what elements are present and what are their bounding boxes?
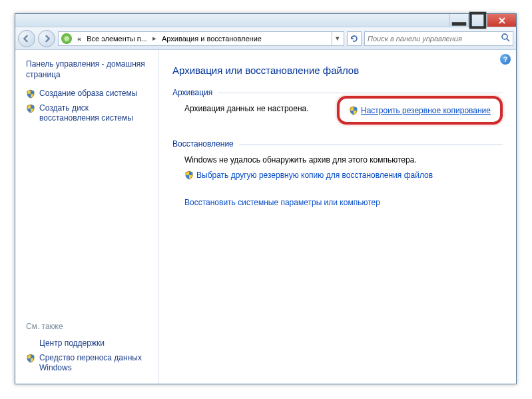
see-also-label: См. также [22,319,152,336]
sidebar: Панель управления - домашняя страница Со… [15,50,159,384]
breadcrumb-dropdown[interactable]: ▾ [332,32,342,45]
shield-icon [26,354,35,363]
sidebar-link-create-image[interactable]: Создание образа системы [22,87,152,101]
highlight-callout: Настроить резервное копирование [337,96,503,125]
search-box[interactable] [364,31,513,46]
divider [218,93,503,93]
control-panel-window: ⚙ « Все элементы п... ▸ Архивация и восс… [15,13,517,384]
breadcrumb-segment[interactable]: Архивация и восстановление [159,35,264,43]
breadcrumb-segment[interactable]: Все элементы п... [84,35,150,43]
help-icon[interactable]: ? [500,54,511,65]
main-content: ? Архивация или восстановление файлов Ар… [159,50,516,384]
shield-icon [26,104,35,113]
chevron-right-icon[interactable]: ▸ [150,34,159,43]
backup-header: Архивация [172,88,212,97]
restore-system-label: Восстановить системные параметры или ком… [184,198,380,207]
sidebar-link-label: Создать диск восстановления системы [39,103,148,124]
navbar: ⚙ « Все элементы п... ▸ Архивация и восс… [15,27,516,50]
close-button[interactable] [487,14,516,27]
control-panel-icon: ⚙ [61,33,72,44]
backup-status: Архивация данных не настроена. [184,104,309,113]
sidebar-link-easy-transfer[interactable]: Средство переноса данных Windows [22,351,152,376]
sidebar-link-label: Создание образа системы [39,89,137,99]
backup-section: Архивация Архивация данных не настроена.… [172,88,503,125]
svg-line-5 [507,39,509,41]
refresh-button[interactable] [347,31,362,46]
sidebar-link-recovery-disc[interactable]: Создать диск восстановления системы [22,101,152,126]
address-bar[interactable]: ⚙ « Все элементы п... ▸ Архивация и восс… [58,31,344,46]
restore-system-link[interactable]: Восстановить системные параметры или ком… [184,198,380,207]
choose-backup-link[interactable]: Выбрать другую резервную копию для восст… [184,170,433,180]
sidebar-link-action-center[interactable]: Центр поддержки [22,336,152,351]
shield-icon [26,89,35,99]
setup-backup-label: Настроить резервное копирование [361,106,491,115]
restore-section: Восстановление Windows не удалось обнару… [172,139,503,207]
restore-header: Восстановление [172,139,234,149]
divider [239,144,503,145]
svg-point-4 [502,34,507,39]
page-title: Архивация или восстановление файлов [172,65,503,76]
titlebar [15,14,516,27]
shield-icon [349,106,358,115]
search-icon[interactable] [501,33,510,44]
setup-backup-link[interactable]: Настроить резервное копирование [349,105,491,115]
back-button[interactable] [18,30,35,47]
search-input[interactable] [368,35,501,43]
maximize-button[interactable] [468,14,487,27]
minimize-button[interactable] [449,14,468,27]
shield-icon [184,171,194,180]
sidebar-link-label: Средство переноса данных Windows [39,353,148,374]
restore-status: Windows не удалось обнаружить архив для … [184,155,503,165]
choose-backup-label: Выбрать другую резервную копию для восст… [196,171,433,180]
sidebar-title[interactable]: Панель управления - домашняя страница [22,58,152,87]
breadcrumb-prefix: « [75,35,84,43]
svg-rect-1 [471,13,485,28]
sidebar-link-label: Центр поддержки [39,338,105,349]
forward-button[interactable] [38,30,55,47]
body: Панель управления - домашняя страница Со… [15,50,516,384]
